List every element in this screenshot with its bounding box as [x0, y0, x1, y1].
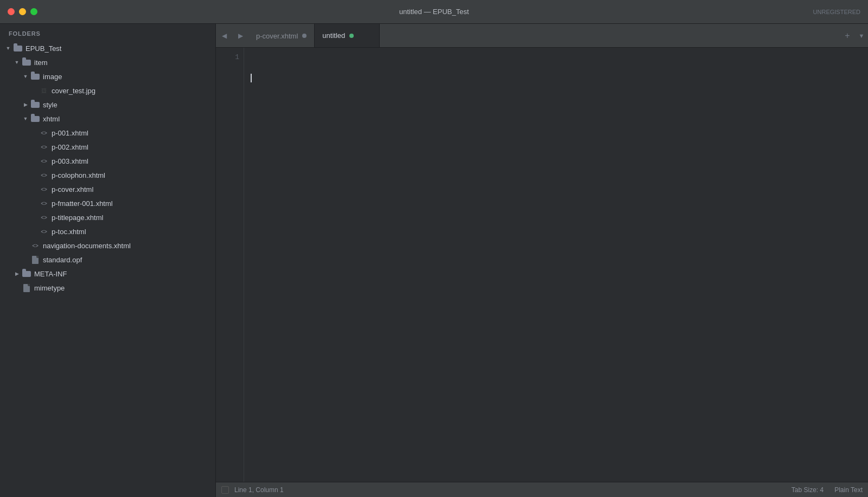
code-file-icon: <> [30, 242, 40, 249]
tree-item-p-cover[interactable]: <>p-cover.xhtml [0, 182, 215, 196]
tree-item-cover-test-jpg[interactable]: 🖼cover_test.jpg [0, 83, 215, 98]
status-right: Tab Size: 4 Plain Text [792, 486, 863, 494]
folder-icon [13, 44, 23, 52]
status-checkbox[interactable] [221, 486, 229, 494]
tab-label: untitled [322, 31, 345, 40]
traffic-lights [8, 8, 37, 15]
tree-item-p-fmatter-001[interactable]: <>p-fmatter-001.xhtml [0, 196, 215, 210]
tree-item-p-002[interactable]: <>p-002.xhtml [0, 140, 215, 154]
no-arrow [30, 129, 38, 137]
doc-file-icon [30, 256, 40, 263]
code-file-icon: <> [39, 228, 49, 235]
tree-item-label: style [43, 101, 58, 109]
tree-item-label: xhtml [43, 115, 60, 123]
tree-item-p-001[interactable]: <>p-001.xhtml [0, 126, 215, 140]
chevron-right-icon [13, 270, 21, 277]
tree-item-label: mimetype [34, 284, 65, 292]
close-button[interactable] [8, 8, 15, 15]
editor-content: 1 [216, 48, 868, 482]
no-arrow [30, 171, 38, 179]
minimize-button[interactable] [19, 8, 26, 15]
tree-item-label: p-titlepage.xhtml [52, 214, 103, 222]
tree-item-label: image [43, 73, 62, 81]
title-bar: untitled — EPUB_Test UNREGISTERED [0, 0, 868, 24]
tree-item-label: p-toc.xhtml [52, 228, 86, 236]
code-file-icon: <> [39, 199, 49, 207]
code-file-icon: <> [39, 214, 49, 221]
tab-status-dot [349, 34, 354, 38]
tree-item-image[interactable]: image [0, 69, 215, 83]
chevron-down-icon [13, 59, 21, 66]
status-bar: Line 1, Column 1 Tab Size: 4 Plain Text [216, 482, 868, 497]
code-file-icon: <> [39, 129, 49, 137]
tree-item-p-toc[interactable]: <>p-toc.xhtml [0, 224, 215, 238]
no-arrow [22, 242, 29, 249]
tree-item-style[interactable]: style [0, 98, 215, 112]
tree-item-label: cover_test.jpg [52, 87, 95, 95]
tab-size[interactable]: Tab Size: 4 [792, 486, 824, 494]
tabs-list: p-cover.xhtmluntitled [248, 24, 840, 47]
no-arrow [30, 185, 38, 193]
chevron-down-icon [22, 73, 29, 80]
tree-item-label: p-003.xhtml [52, 157, 88, 165]
tree-item-xhtml[interactable]: xhtml [0, 112, 215, 126]
code-file-icon: <> [39, 171, 49, 179]
tree-item-label: p-colophon.xhtml [52, 171, 105, 179]
tab-bar: ◀ ▶ p-cover.xhtmluntitled + ▼ [216, 24, 868, 48]
tree-item-label: p-001.xhtml [52, 129, 88, 137]
tree-item-label: p-cover.xhtml [52, 185, 93, 193]
no-arrow [30, 143, 38, 151]
folder-icon [30, 101, 40, 108]
no-arrow [30, 157, 38, 165]
tab-forward-button[interactable]: ▶ [232, 24, 248, 48]
add-tab-button[interactable]: + [840, 28, 855, 43]
image-file-icon: 🖼 [39, 87, 49, 94]
tree-item-label: META-INF [34, 270, 67, 278]
no-arrow [30, 199, 38, 207]
folder-icon [22, 270, 31, 277]
tree-item-label: p-fmatter-001.xhtml [52, 199, 113, 208]
tree-item-p-003[interactable]: <>p-003.xhtml [0, 154, 215, 168]
line-numbers: 1 [216, 48, 244, 482]
tree-item-label: navigation-documents.xhtml [43, 242, 131, 250]
editor-area: ◀ ▶ p-cover.xhtmluntitled + ▼ 1 Line 1, … [216, 24, 868, 497]
tree-item-mimetype[interactable]: mimetype [0, 281, 215, 295]
chevron-right-icon [22, 101, 29, 108]
code-file-icon: <> [39, 157, 49, 165]
folder-icon [30, 73, 40, 80]
chevron-down-icon [22, 115, 29, 122]
tree-item-standard-opf[interactable]: standard.opf [0, 253, 215, 267]
tab-untitled-tab[interactable]: untitled [315, 24, 380, 47]
tab-back-button[interactable]: ◀ [216, 24, 232, 48]
tree-item-item[interactable]: item [0, 55, 215, 69]
tree-item-epub-test[interactable]: EPUB_Test [0, 41, 215, 55]
sidebar: FOLDERS EPUB_Testitemimage🖼cover_test.jp… [0, 24, 216, 497]
tree-item-p-colophon[interactable]: <>p-colophon.xhtml [0, 168, 215, 182]
maximize-button[interactable] [30, 8, 37, 15]
no-arrow [30, 228, 38, 235]
tree-item-label: p-002.xhtml [52, 143, 88, 151]
tree-item-label: EPUB_Test [25, 44, 61, 53]
status-left: Line 1, Column 1 [221, 486, 284, 494]
no-arrow [30, 87, 38, 94]
window-title: untitled — EPUB_Test [399, 8, 469, 16]
cursor-position[interactable]: Line 1, Column 1 [234, 486, 284, 494]
no-arrow [22, 256, 29, 263]
sidebar-content: EPUB_Testitemimage🖼cover_test.jpgstylexh… [0, 41, 215, 497]
tab-p-cover-tab[interactable]: p-cover.xhtml [248, 24, 315, 47]
tabs-dropdown-button[interactable]: ▼ [855, 28, 868, 43]
no-arrow [30, 214, 38, 221]
tree-item-navigation-documents[interactable]: <>navigation-documents.xhtml [0, 238, 215, 253]
main-layout: FOLDERS EPUB_Testitemimage🖼cover_test.jp… [0, 24, 868, 497]
no-arrow [13, 284, 21, 292]
folder-icon [30, 115, 40, 122]
tree-item-meta-inf[interactable]: META-INF [0, 267, 215, 281]
tab-label: p-cover.xhtml [256, 32, 298, 40]
code-file-icon: <> [39, 143, 49, 151]
language-mode[interactable]: Plain Text [834, 486, 863, 494]
chevron-down-icon [4, 44, 12, 52]
editor-textarea[interactable] [244, 48, 868, 482]
tree-item-p-titlepage[interactable]: <>p-titlepage.xhtml [0, 210, 215, 224]
tab-status-dot [302, 34, 307, 38]
tree-item-label: item [34, 59, 48, 67]
